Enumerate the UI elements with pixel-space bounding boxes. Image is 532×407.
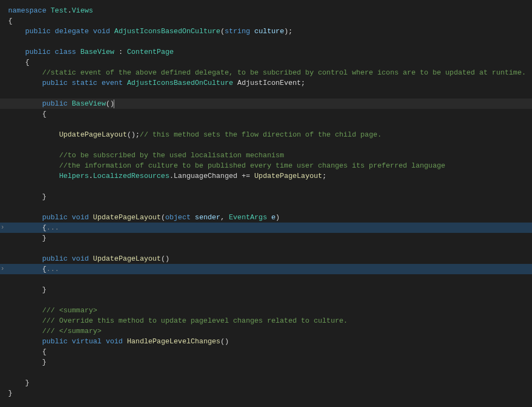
code-line[interactable]: [0, 367, 532, 378]
code-line[interactable]: public void UpdatePageLayout(): [0, 254, 532, 264]
code-line[interactable]: Helpers.LocalizedResources.LanguageChang…: [0, 171, 532, 181]
token-str: [123, 79, 127, 87]
token-str: [46, 7, 51, 15]
token-kw: public: [25, 27, 51, 35]
token-fold-dots: ...: [46, 265, 59, 273]
code-line[interactable]: /// Override this method to update pagel…: [0, 316, 532, 326]
code-line[interactable]: {...: [0, 264, 532, 274]
token-str: [89, 255, 93, 263]
token-mtd: UpdatePageLayout: [93, 255, 161, 263]
code-line[interactable]: public class BaseView : ContentPage: [0, 47, 532, 57]
token-kw: public: [42, 337, 67, 346]
token-str: [67, 255, 72, 263]
token-str: [67, 100, 72, 108]
code-line[interactable]: }: [0, 378, 532, 388]
code-line[interactable]: [0, 243, 532, 254]
code-line[interactable]: }: [0, 192, 532, 202]
code-line[interactable]: public static event AdjustIconsBasedOnCu…: [0, 78, 532, 88]
token-str: [67, 79, 72, 87]
code-line[interactable]: [0, 274, 532, 285]
token-punc: (): [106, 100, 114, 108]
token-punc: }: [25, 379, 29, 387]
token-punc: }: [42, 193, 46, 201]
code-line[interactable]: [0, 36, 532, 47]
token-str: [67, 213, 72, 221]
code-line[interactable]: public delegate void AdjustIconsBasedOnC…: [0, 26, 532, 36]
code-line[interactable]: //the information of culture to be publi…: [0, 161, 532, 171]
token-str: [123, 337, 127, 346]
code-line[interactable]: {: [0, 16, 532, 26]
code-line[interactable]: {: [0, 57, 532, 67]
token-cmt: /// </summary>: [42, 327, 101, 335]
code-line[interactable]: public void UpdatePageLayout(object send…: [0, 212, 532, 223]
code-line[interactable]: }: [0, 233, 532, 243]
token-punc: }: [42, 286, 46, 294]
token-mtd: HandlePageLevelChanges: [127, 337, 221, 346]
token-kw: event: [102, 79, 123, 87]
code-line[interactable]: {: [0, 109, 532, 119]
token-mtd: UpdatePageLayout: [93, 213, 161, 221]
text-cursor: [114, 100, 114, 108]
token-param: culture: [255, 27, 284, 35]
token-cls: ContentPage: [127, 48, 174, 56]
code-area[interactable]: namespace Test.Views{ public delegate vo…: [0, 5, 532, 398]
token-kw: virtual: [72, 337, 102, 346]
token-punc: ,: [220, 213, 229, 221]
code-line[interactable]: [0, 140, 532, 150]
token-str: [267, 213, 271, 221]
code-line[interactable]: {: [0, 347, 532, 357]
code-line[interactable]: //static event of the above defined dele…: [0, 67, 532, 78]
token-str: [250, 27, 255, 35]
code-line[interactable]: public virtual void HandlePageLevelChang…: [0, 336, 532, 347]
code-line[interactable]: {...: [0, 223, 532, 233]
token-punc: {: [25, 58, 29, 66]
token-punc: {: [42, 348, 46, 356]
token-str: [76, 48, 81, 56]
token-str: :: [114, 48, 127, 56]
token-cmt: // this method sets the flow direction o…: [140, 131, 382, 139]
code-line[interactable]: namespace Test.Views: [0, 5, 532, 16]
code-line[interactable]: /// <summary>: [0, 305, 532, 316]
token-kw: public: [42, 79, 67, 87]
token-kw: public: [42, 213, 67, 221]
fold-chevron-icon[interactable]: ›: [1, 223, 4, 233]
token-str: [250, 172, 255, 180]
token-cmt: //static event of the above defined dele…: [42, 69, 525, 77]
token-punc: }: [42, 234, 46, 242]
code-line[interactable]: [0, 202, 532, 212]
code-line[interactable]: }: [0, 285, 532, 295]
token-punc: }: [42, 358, 46, 366]
code-line[interactable]: [0, 119, 532, 130]
code-line[interactable]: UpdatePageLayout();// this method sets t…: [0, 130, 532, 140]
token-cls: LocalizedResources: [93, 172, 169, 180]
token-kw: void: [72, 255, 89, 263]
token-punc: ;: [322, 172, 326, 180]
code-line[interactable]: //to be subscribed by the used localisat…: [0, 150, 532, 161]
code-line[interactable]: [0, 295, 532, 305]
code-line[interactable]: [0, 181, 532, 192]
token-str: LanguageChanged: [174, 172, 242, 180]
token-cmt: /// <summary>: [42, 306, 97, 314]
token-param: e: [271, 213, 276, 221]
token-cls: Test: [51, 7, 67, 15]
code-line[interactable]: [0, 88, 532, 98]
token-str: [97, 79, 102, 87]
token-kw: public: [42, 100, 67, 108]
token-punc: );: [284, 27, 293, 35]
token-cls: AdjustIconsBasedOnCulture: [127, 79, 233, 87]
token-cmt: //to be subscribed by the used localisat…: [59, 151, 284, 159]
code-line[interactable]: }: [0, 388, 532, 398]
code-line[interactable]: /// </summary>: [0, 326, 532, 336]
code-line[interactable]: }: [0, 357, 532, 367]
token-cls: BaseView: [81, 48, 114, 56]
token-kw: string: [225, 27, 250, 35]
token-kw: object: [165, 213, 191, 221]
token-str: [89, 27, 93, 35]
code-editor[interactable]: ›› namespace Test.Views{ public delegate…: [0, 0, 532, 398]
token-punc: {: [8, 17, 13, 25]
token-kw: void: [93, 27, 110, 35]
code-line[interactable]: public BaseView(): [0, 98, 532, 109]
fold-chevron-icon[interactable]: ›: [1, 264, 4, 274]
token-punc: ();: [127, 131, 139, 139]
token-punc: }: [8, 389, 13, 397]
